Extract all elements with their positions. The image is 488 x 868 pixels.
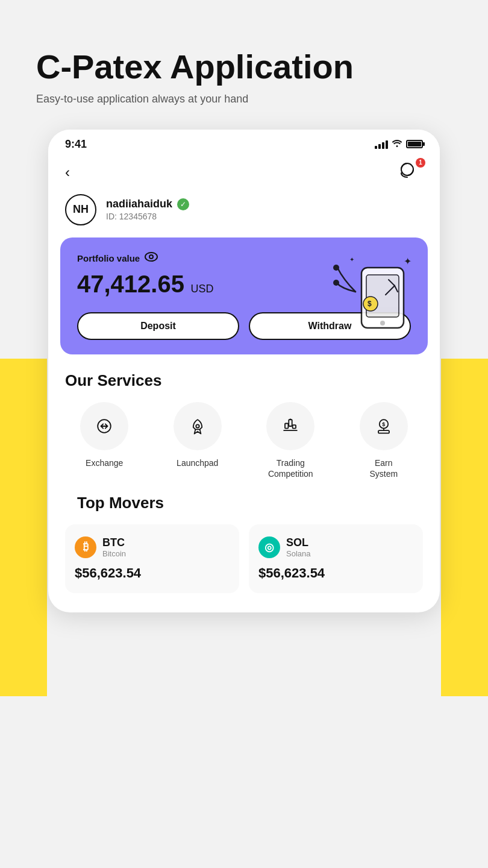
exchange-label: Exchange xyxy=(86,458,123,468)
services-grid: Exchange Launchpad xyxy=(48,402,440,494)
portfolio-card: ✦ ✦ $ Portfolio value 47,412.65 USD xyxy=(60,237,428,354)
mover-header-btc: ₿ BTC Bitcoin xyxy=(75,536,230,558)
username: nadiiahaiduk xyxy=(106,198,172,210)
services-title: Our Services xyxy=(48,371,440,402)
sol-name-group: SOL Solana xyxy=(286,536,310,558)
portfolio-illustration: ✦ ✦ $ xyxy=(325,244,422,340)
exchange-icon xyxy=(93,415,115,437)
username-row: nadiiahaiduk ✓ xyxy=(106,198,189,210)
svg-text:✦: ✦ xyxy=(404,256,411,266)
exchange-icon-wrap xyxy=(80,402,128,450)
btc-price: $56,623.54 xyxy=(75,565,230,581)
status-icons xyxy=(375,139,423,149)
launchpad-icon-wrap xyxy=(174,402,222,450)
service-item-earn-system[interactable]: $ EarnSystem xyxy=(340,402,428,479)
svg-point-12 xyxy=(196,424,199,427)
page-title: C-Patex Application xyxy=(36,48,452,86)
service-item-exchange[interactable]: Exchange xyxy=(60,402,149,479)
svg-point-10 xyxy=(145,253,157,261)
btc-symbol: BTC xyxy=(102,536,126,549)
yellow-band-left xyxy=(0,359,47,696)
svg-text:$: $ xyxy=(368,300,372,308)
sol-price: $56,623.54 xyxy=(258,565,413,581)
status-time: 9:41 xyxy=(65,138,87,151)
earn-system-label: EarnSystem xyxy=(369,458,398,479)
back-button[interactable]: ‹ xyxy=(65,164,70,181)
phone-mockup: 9:41 ‹ xyxy=(48,130,440,612)
service-item-launchpad[interactable]: Launchpad xyxy=(154,402,242,479)
mover-card-btc[interactable]: ₿ BTC Bitcoin $56,623.54 xyxy=(65,524,239,593)
sol-fullname: Solana xyxy=(286,549,310,558)
status-bar: 9:41 xyxy=(48,130,440,156)
mover-card-sol[interactable]: ◎ SOL Solana $56,623.54 xyxy=(249,524,423,593)
svg-rect-13 xyxy=(289,420,292,426)
page-subtitle: Easy-to-use application always at your h… xyxy=(36,93,452,105)
battery-icon xyxy=(406,140,423,148)
page-header: C-Patex Application Easy-to-use applicat… xyxy=(0,0,488,130)
wifi-icon xyxy=(392,139,402,149)
svg-text:✦: ✦ xyxy=(349,256,354,263)
movers-grid: ₿ BTC Bitcoin $56,623.54 ◎ SOL xyxy=(60,524,428,593)
support-icon xyxy=(399,166,418,183)
top-movers-section: Top Movers ₿ BTC Bitcoin $56,623.54 xyxy=(48,494,440,593)
signal-icon xyxy=(375,139,388,149)
trading-competition-label: TradingCompetition xyxy=(268,458,313,479)
deposit-button[interactable]: Deposit xyxy=(77,312,239,340)
trading-competition-icon-wrap xyxy=(266,402,314,450)
avatar: NH xyxy=(65,194,96,225)
svg-text:$: $ xyxy=(382,421,385,427)
service-item-trading-competition[interactable]: TradingCompetition xyxy=(246,402,335,479)
notification-badge: 1 xyxy=(416,158,425,168)
portfolio-value: 47,412.65 xyxy=(77,271,184,297)
services-section: Our Services Exchange xyxy=(48,371,440,494)
svg-point-11 xyxy=(149,255,153,259)
btc-name-group: BTC Bitcoin xyxy=(102,536,126,558)
svg-point-5 xyxy=(333,280,339,286)
svg-rect-14 xyxy=(285,423,288,428)
btc-icon: ₿ xyxy=(75,536,96,558)
sol-symbol: SOL xyxy=(286,536,310,549)
trading-competition-icon xyxy=(280,415,301,437)
yellow-band-right xyxy=(441,359,488,696)
user-info: nadiiahaiduk ✓ ID: 12345678 xyxy=(106,198,189,221)
user-profile: NH nadiiahaiduk ✓ ID: 12345678 xyxy=(48,194,440,237)
eye-icon[interactable] xyxy=(145,252,158,265)
mover-header-sol: ◎ SOL Solana xyxy=(258,536,413,558)
support-button[interactable]: 1 xyxy=(399,160,423,184)
sol-icon: ◎ xyxy=(258,536,280,558)
svg-point-3 xyxy=(380,321,385,326)
launchpad-label: Launchpad xyxy=(177,458,218,468)
launchpad-icon xyxy=(187,415,208,437)
earn-system-icon: $ xyxy=(373,415,395,437)
svg-rect-19 xyxy=(378,430,389,433)
top-movers-title: Top Movers xyxy=(60,494,428,524)
verified-icon: ✓ xyxy=(177,198,189,210)
user-id: ID: 12345678 xyxy=(106,212,189,221)
portfolio-currency: USD xyxy=(190,283,213,295)
svg-point-4 xyxy=(333,265,339,271)
svg-rect-15 xyxy=(293,425,296,428)
btc-fullname: Bitcoin xyxy=(102,549,126,558)
nav-bar: ‹ 1 xyxy=(48,156,440,194)
earn-system-icon-wrap: $ xyxy=(360,402,408,450)
